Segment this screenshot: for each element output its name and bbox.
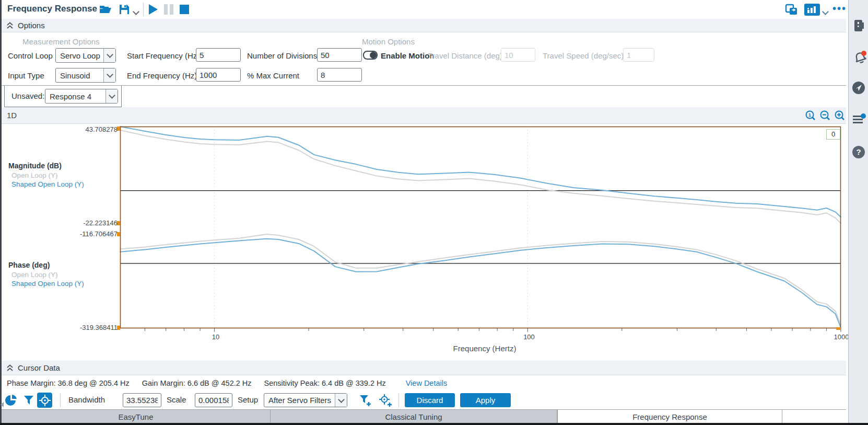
log-list-icon[interactable]	[852, 112, 865, 126]
module-tab-bar: EasyTune Classical Tuning Frequency Resp…	[2, 409, 846, 423]
chevron-down-icon	[103, 49, 115, 62]
svg-text:?: ?	[856, 147, 861, 156]
legend-shaped-open-loop: Shaped Open Loop (Y)	[8, 279, 84, 289]
add-target-cursor-icon[interactable]	[379, 394, 393, 407]
view-1d-label: 1D	[7, 111, 17, 120]
tab-easytune[interactable]: EasyTune	[2, 410, 271, 423]
x-tick-100: 100	[512, 333, 546, 341]
chevron-down-icon	[103, 68, 115, 82]
max-current-label: % Max Current	[247, 71, 299, 80]
legend-shaped-open-loop: Shaped Open Loop (Y)	[8, 180, 84, 189]
chart-view-icon[interactable]	[804, 4, 820, 16]
tuning-toolbar: Bandwidth Scale Setup After Servo Filter…	[2, 391, 846, 409]
motion-options-title: Motion Options	[362, 37, 415, 46]
magnitude-axis-label: Magnitude (dB)	[8, 162, 84, 171]
play-icon[interactable]	[149, 4, 158, 15]
travel-speed-label: Travel Speed (deg/sec)	[543, 51, 624, 60]
cursor-data-header[interactable]: Cursor Data	[2, 361, 846, 375]
input-type-label: Input Type	[8, 71, 44, 80]
zoom-out-icon[interactable]	[819, 110, 831, 121]
navigation-icon[interactable]	[852, 81, 865, 95]
divisions-label: Number of Divisions	[247, 51, 317, 60]
enable-motion-label: Enable Motion	[381, 51, 435, 60]
bandwidth-label: Bandwidth	[68, 395, 105, 404]
collapse-chevrons-icon	[6, 364, 14, 372]
pause-icon	[164, 4, 173, 15]
phase-margin-value: Phase Margin: 36.8 deg @ 205.4 Hz	[7, 379, 130, 387]
magnitude-legend: Magnitude (dB) Open Loop (Y) Shaped Open…	[8, 162, 84, 189]
view-1d-header: 1D 1	[2, 107, 846, 124]
help-icon[interactable]: ?	[852, 145, 865, 159]
right-sidebar: ?	[848, 0, 868, 423]
start-frequency-label: Start Frequency (Hz)	[127, 51, 200, 60]
scale-input[interactable]	[195, 393, 232, 407]
pie-chart-icon[interactable]	[5, 394, 17, 407]
notifications-bell-icon[interactable]	[852, 50, 865, 64]
y-tick-mag-min: -22.223146	[65, 219, 118, 227]
open-folder-icon[interactable]	[99, 4, 112, 15]
max-current-input[interactable]	[317, 68, 362, 82]
legend-open-loop: Open Loop (Y)	[8, 270, 84, 280]
more-options-icon[interactable]: •••	[832, 3, 847, 14]
y-tick-mag-max: 43.708278	[65, 125, 118, 133]
zoom-in-icon[interactable]	[834, 110, 846, 121]
svg-text:1: 1	[808, 112, 812, 118]
add-filter-icon[interactable]	[359, 394, 373, 407]
filter-icon[interactable]	[22, 394, 35, 407]
frequency-response-app: Frequency Response ••• Options Measurem	[0, 0, 868, 425]
cursor-data-label: Cursor Data	[18, 363, 60, 372]
phase-axis-label: Phase (deg)	[8, 261, 84, 270]
scroll-left-arrow[interactable]	[1, 402, 4, 407]
tab-frequency-response[interactable]: Frequency Response	[557, 410, 782, 423]
discard-button[interactable]: Discard	[405, 393, 455, 407]
response-selector-row: Unsaved: Response 4	[2, 85, 846, 108]
chevron-down-icon	[105, 89, 118, 103]
setup-select[interactable]: After Servo Filters	[264, 393, 347, 407]
tab-classical-tuning[interactable]: Classical Tuning	[271, 410, 557, 423]
gain-margin-value: Gain Margin: 6.6 dB @ 452.2 Hz	[142, 379, 252, 387]
x-tick-10: 10	[199, 333, 232, 341]
chevron-down-icon	[335, 394, 347, 407]
start-frequency-input[interactable]	[196, 48, 241, 62]
setup-label: Setup	[238, 395, 258, 404]
apply-button[interactable]: Apply	[460, 393, 511, 407]
divisions-input[interactable]	[317, 48, 362, 62]
toolbar-divider	[143, 3, 144, 16]
page-title: Frequency Response	[7, 4, 97, 14]
target-cursor-icon[interactable]	[37, 393, 52, 408]
options-panel: Measurement Options Control Loop Servo L…	[2, 32, 846, 85]
cursor-data-row: Phase Margin: 36.8 deg @ 205.4 Hz Gain M…	[2, 375, 846, 391]
sensitivity-peak-value: Sensitivity Peak: 6.4 dB @ 339.2 Hz	[264, 379, 386, 387]
options-section-header[interactable]: Options	[2, 19, 846, 32]
control-loop-select[interactable]: Servo Loop	[55, 48, 116, 63]
chart-area: 43.708278 -22.223146 -116.706467 -319.36…	[2, 124, 846, 361]
toolbar-divider	[398, 393, 399, 407]
x-axis-title: Frequency (Hertz)	[430, 344, 539, 353]
trace-index-badge: 0	[826, 129, 840, 140]
phase-legend: Phase (deg) Open Loop (Y) Shaped Open Lo…	[8, 261, 84, 289]
plot-canvas[interactable]	[120, 127, 844, 336]
stop-icon[interactable]	[180, 4, 189, 14]
zoom-reset-icon[interactable]: 1	[805, 110, 816, 121]
copy-pages-icon[interactable]	[785, 4, 799, 16]
travel-distance-input	[501, 48, 535, 62]
controller-icon[interactable]	[852, 19, 865, 32]
save-icon[interactable]	[119, 4, 130, 15]
input-type-select[interactable]: Sinusoid	[55, 68, 116, 83]
control-loop-label: Control Loop	[8, 51, 53, 60]
response-select[interactable]: Response 4	[45, 89, 118, 104]
measurement-options-title: Measurement Options	[22, 37, 100, 46]
end-frequency-label: End Frequency (Hz)	[127, 71, 197, 80]
end-frequency-input[interactable]	[196, 68, 241, 82]
toolbar-divider	[60, 393, 61, 407]
view-details-link[interactable]: View Details	[406, 379, 448, 387]
bottom-edge	[0, 423, 868, 425]
bandwidth-input[interactable]	[123, 393, 161, 407]
travel-speed-input	[623, 48, 654, 62]
scale-label: Scale	[167, 395, 186, 404]
chart-menu-caret-icon[interactable]	[823, 7, 828, 16]
save-menu-caret-icon[interactable]	[134, 7, 138, 16]
y-tick-phase-max: -116.706467	[65, 230, 118, 238]
enable-motion-toggle[interactable]	[363, 51, 378, 60]
legend-open-loop: Open Loop (Y)	[8, 171, 84, 180]
